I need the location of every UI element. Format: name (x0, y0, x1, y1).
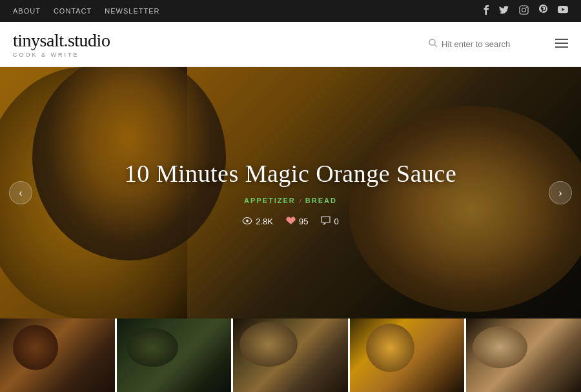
hero-likes-value: 95 (299, 217, 308, 226)
search-icon (429, 39, 438, 50)
thumb-deco-3 (240, 322, 298, 367)
pinterest-icon[interactable] (539, 5, 547, 17)
instagram-icon[interactable] (519, 5, 529, 17)
nav-link-newsletter[interactable]: NEWSLETTER (105, 7, 159, 15)
search-input[interactable] (442, 39, 545, 49)
hero-slider: ‹ 10 Minutes Magic Orange Sauce APPETIZE… (0, 67, 581, 318)
hero-prev-button[interactable]: ‹ (9, 181, 32, 204)
hero-categories: APPETIZER / BREAD (244, 197, 337, 204)
views-icon (242, 217, 252, 226)
header-right (429, 37, 568, 51)
svg-point-8 (246, 219, 249, 222)
logo-title: tinysalt.studio (13, 30, 110, 51)
hero-next-button[interactable]: › (549, 181, 572, 204)
thumbnail-strip (0, 318, 581, 392)
hero-stats: 2.8K 95 0 (242, 216, 338, 227)
hero-content: 10 Minutes Magic Orange Sauce APPETIZER … (0, 67, 581, 318)
svg-point-1 (522, 8, 526, 12)
thumbnail-item-3[interactable] (231, 318, 348, 392)
top-navigation: ABOUT CONTACT NEWSLETTER (0, 0, 581, 22)
top-nav-links: ABOUT CONTACT NEWSLETTER (13, 7, 159, 15)
hero-likes-stat: 95 (286, 216, 308, 227)
thumbnail-item-4[interactable] (348, 318, 465, 392)
nav-link-contact[interactable]: CONTACT (54, 7, 92, 15)
hero-category-1[interactable]: APPETIZER (244, 197, 296, 204)
hero-views-value: 2.8K (256, 217, 273, 226)
hamburger-icon[interactable] (555, 37, 568, 51)
svg-rect-0 (520, 6, 528, 14)
svg-point-2 (526, 6, 527, 8)
site-logo[interactable]: tinysalt.studio COOK & WRITE (13, 30, 110, 58)
thumb-deco-1 (13, 325, 58, 370)
thumbnail-item-5[interactable] (464, 318, 581, 392)
thumb-deco-5 (473, 326, 527, 368)
search-container (429, 39, 545, 50)
thumb-deco-2 (127, 328, 178, 367)
youtube-icon[interactable] (558, 6, 568, 16)
hero-comments-stat: 0 (321, 216, 338, 227)
comments-icon (321, 216, 331, 227)
facebook-icon[interactable] (483, 5, 489, 17)
hero-category-2[interactable]: BREAD (305, 197, 337, 204)
nav-link-about[interactable]: ABOUT (13, 7, 41, 15)
logo-subtitle: COOK & WRITE (13, 52, 79, 58)
thumbnail-item-1[interactable] (0, 318, 115, 392)
svg-line-4 (434, 44, 437, 47)
site-header: tinysalt.studio COOK & WRITE (0, 22, 581, 67)
thumb-deco-4 (366, 324, 414, 372)
hero-comments-value: 0 (334, 217, 338, 226)
thumbnail-item-2[interactable] (115, 318, 232, 392)
social-icons-bar (483, 5, 568, 17)
twitter-icon[interactable] (499, 6, 509, 17)
likes-icon (286, 216, 296, 227)
hero-title: 10 Minutes Magic Orange Sauce (125, 159, 457, 188)
hero-category-separator: / (300, 197, 301, 204)
hero-views-stat: 2.8K (242, 217, 273, 226)
svg-point-3 (429, 39, 435, 45)
